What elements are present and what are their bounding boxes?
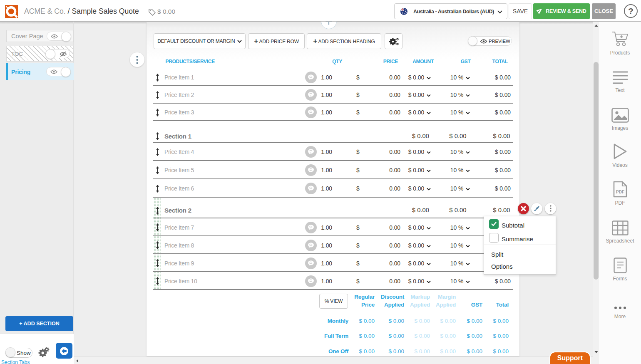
svg-text:PDF: PDF	[616, 190, 624, 194]
